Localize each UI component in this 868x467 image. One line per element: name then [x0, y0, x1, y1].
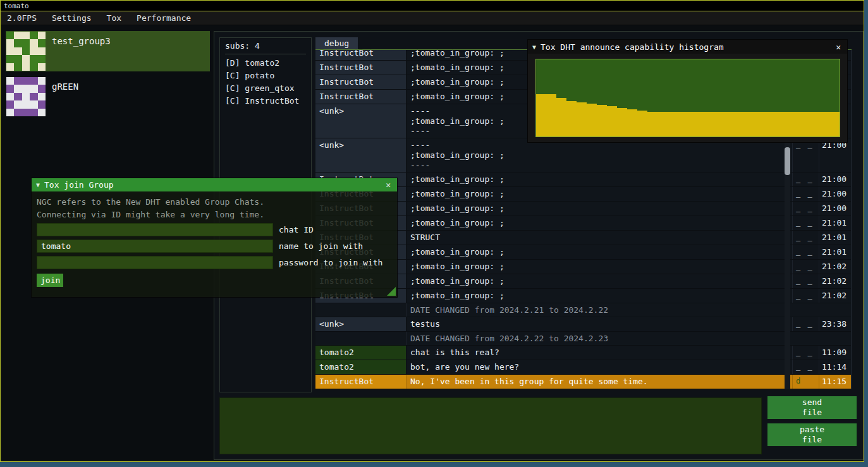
chat-sender-cell: [315, 303, 406, 317]
histogram-bar: [708, 112, 718, 136]
join-field-row: name to join with: [37, 238, 392, 254]
histogram-bar: [587, 104, 597, 136]
paste-file-button[interactable]: paste file: [767, 423, 857, 446]
chat-flags-cell: _ _: [793, 173, 819, 186]
chat-message-cell: ;tomato_in_group: ;: [406, 245, 793, 259]
histogram-title: Tox DHT announce capability histogram: [541, 42, 724, 52]
chat-time-cell: 21:01: [819, 216, 851, 230]
chat-row[interactable]: tomato2bot, are you new here?_ _11:14: [315, 360, 851, 375]
message-input[interactable]: [219, 397, 762, 454]
histogram-bar: [749, 112, 759, 136]
chat-time-cell: 21:01: [819, 245, 851, 259]
histogram-bar: [698, 112, 708, 136]
join-name-input[interactable]: [37, 240, 273, 253]
collapse-icon[interactable]: ▼: [532, 44, 536, 51]
chat-flags-cell: _ _: [793, 317, 819, 331]
chat-sender-cell: <unk>: [315, 138, 406, 172]
histogram-titlebar[interactable]: ▼ Tox DHT announce capability histogram …: [528, 40, 847, 54]
chat-message-cell: testus: [406, 317, 793, 331]
join-info-line: Connecting via ID might take a very long…: [37, 209, 392, 221]
chat-time-cell: 21:00: [819, 202, 851, 215]
histogram-bar: [819, 112, 829, 136]
histogram-bar: [617, 108, 627, 136]
subs-member[interactable]: [D] tomato2: [225, 57, 306, 70]
chat-message-cell: ;tomato_in_group: ;: [406, 216, 793, 230]
histogram-bar: [678, 112, 688, 136]
join-field-label: chat ID: [279, 225, 314, 234]
avatar: [6, 77, 46, 116]
subs-member[interactable]: [C] green_qtox: [225, 82, 306, 95]
chat-flags-cell: _ _: [793, 231, 819, 245]
histogram-bar: [759, 112, 769, 136]
send-file-button[interactable]: send file: [767, 396, 857, 419]
chat-date-row: DATE CHANGED from 2024.2.22 to 2024.2.23: [315, 332, 851, 346]
chat-sender-cell: InstructBot: [315, 61, 406, 75]
menu-item-tox[interactable]: Tox: [99, 13, 129, 23]
histogram-window: ▼ Tox DHT announce capability histogram …: [528, 40, 847, 142]
chat-message-cell: chat is this real?: [406, 346, 793, 360]
chat-time-cell: 21:00: [819, 187, 851, 201]
chat-time-cell: 11:09: [819, 346, 851, 360]
chat-message-cell: ;tomato_in_group: ;: [406, 187, 793, 201]
histogram-bar: [688, 112, 698, 136]
tab-debug[interactable]: debug: [315, 37, 358, 50]
chat-sender-cell: tomato2: [315, 346, 406, 360]
menu-items: SettingsToxPerformance: [44, 13, 199, 23]
chat-sender-cell: InstructBot: [315, 90, 406, 104]
subs-member[interactable]: [C] InstructBot: [225, 95, 306, 107]
chat-time-cell: 21:00: [819, 138, 851, 172]
menu-item-settings[interactable]: Settings: [44, 13, 99, 23]
menu-item-performance[interactable]: Performance: [129, 13, 199, 23]
chat-flags-cell: _ _: [793, 245, 819, 259]
join-group-body: NGC refers to the New DHT enabled Group …: [32, 191, 397, 291]
subs-member[interactable]: [C] potato: [225, 70, 306, 82]
histogram-bar: [546, 94, 556, 136]
chat-id-input[interactable]: [37, 223, 273, 236]
histogram-bar: [668, 112, 678, 136]
chat-message-cell: ;tomato_in_group: ;: [406, 260, 793, 274]
resize-grip-icon[interactable]: [387, 287, 396, 296]
chat-time-cell: 21:02: [819, 260, 851, 274]
chat-flags-cell: _ _: [793, 138, 819, 172]
histogram-bar: [627, 109, 637, 136]
histogram-bar: [799, 112, 809, 136]
chat-flags-cell: _ _: [793, 274, 819, 288]
chat-row[interactable]: <unk>---- ;tomato_in_group: ; ----_ _21:…: [315, 138, 851, 173]
chat-sender-cell: InstructBot: [315, 75, 406, 89]
contact-name: test_group3: [52, 36, 111, 46]
histogram-bar: [566, 101, 577, 136]
close-icon[interactable]: ✕: [834, 42, 843, 52]
chat-sender-cell: tomato2: [315, 360, 406, 374]
join-password-input[interactable]: [37, 256, 273, 269]
collapse-icon[interactable]: ▼: [36, 181, 40, 188]
chat-row[interactable]: tomato2chat is this real?_ _11:09: [315, 346, 851, 360]
histogram-bar: [647, 112, 657, 136]
contact-row-green[interactable]: gREEN: [6, 76, 210, 117]
contact-row-test_group3[interactable]: test_group3: [6, 31, 210, 71]
chat-row[interactable]: InstructBotNo, I've been in this group f…: [315, 375, 851, 389]
join-group-titlebar[interactable]: ▼ Tox join Group ✕: [32, 178, 397, 191]
chat-message-cell: ---- ;tomato_in_group: ; ----: [406, 138, 793, 172]
histogram-bar: [556, 98, 566, 136]
histogram-bar: [577, 102, 587, 136]
chat-message-cell: No, I've been in this group for quite so…: [406, 375, 793, 389]
contact-list: test_group3gREEN: [6, 31, 210, 122]
chat-flags-cell: _ _: [793, 360, 819, 374]
chat-scrollbar-thumb[interactable]: [785, 147, 790, 175]
join-field-row: chat ID: [37, 221, 392, 238]
chat-time-cell: 21:00: [819, 173, 851, 186]
join-button[interactable]: join: [37, 274, 63, 287]
chat-message-cell: bot, are you new here?: [406, 360, 793, 374]
histogram-bar: [607, 106, 617, 136]
histogram-bar: [809, 112, 819, 136]
subs-member-list: [D] tomato2[C] potato[C] green_qtox[C] I…: [225, 57, 306, 107]
chat-flags-cell: _ _: [793, 260, 819, 274]
subs-title: subs: 4: [225, 41, 306, 51]
chat-row[interactable]: <unk>testus_ _23:38: [315, 317, 851, 332]
separator: [225, 54, 306, 54]
chat-time-cell: 23:38: [819, 317, 851, 331]
chat-flags-cell: _ _: [793, 289, 819, 303]
close-icon[interactable]: ✕: [384, 180, 393, 190]
histogram-bar: [536, 94, 546, 136]
join-group-window: ▼ Tox join Group ✕ NGC refers to the New…: [32, 178, 397, 297]
